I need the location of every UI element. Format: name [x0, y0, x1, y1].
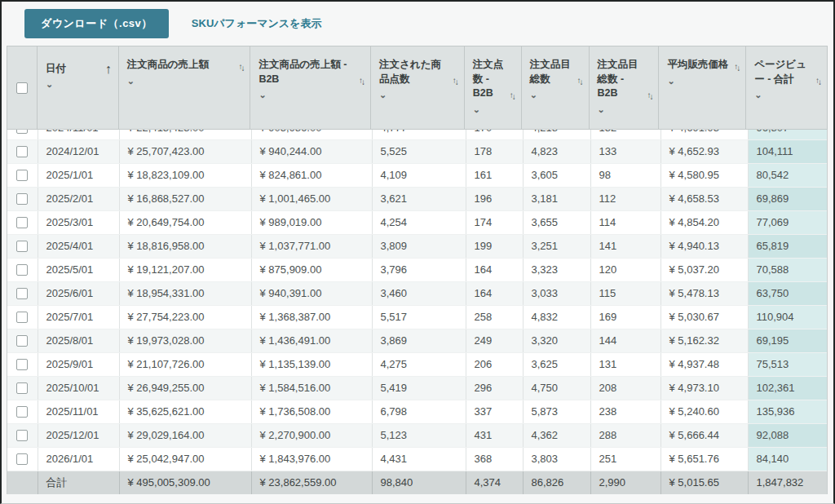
- chevron-down-icon[interactable]: ⌄: [258, 91, 364, 98]
- chevron-down-icon[interactable]: ⌄: [127, 77, 244, 84]
- total-order-items-cell: 5,873: [523, 400, 590, 423]
- sort-icon[interactable]: ↑↓: [357, 75, 364, 86]
- total-order-items-cell: 4,362: [523, 423, 590, 447]
- ordered-product-sales-b2b-cell: ¥ 1,843,976.00: [251, 447, 372, 471]
- average-sales-price-cell: ¥ 4,937.48: [660, 352, 748, 376]
- column-label: 注文された商品点数: [379, 58, 451, 86]
- table-body: 2024/11/01¥ 22,413,423.00¥ 905,986.004,7…: [7, 130, 827, 494]
- units-ordered-cell: 4,109: [372, 163, 466, 187]
- units-ordered-b2b-cell: 196: [466, 187, 523, 210]
- sort-icon[interactable]: ↑↓: [732, 61, 739, 73]
- column-header-ordered-product-sales[interactable]: 注文商品の売上額 ↑↓ ⌄: [119, 46, 251, 129]
- total-order-items-cell: 3,655: [523, 210, 590, 234]
- table-row: 2025/11/01¥ 35,625,621.00¥ 1,736,508.006…: [7, 400, 827, 423]
- table-row: 2024/12/01¥ 25,707,423.00¥ 940,244.005,5…: [7, 139, 827, 163]
- average-sales-price-cell: ¥ 4,940.13: [660, 234, 748, 258]
- page-views-total-cell: 75,513: [748, 352, 827, 376]
- row-checkbox[interactable]: [16, 453, 28, 465]
- column-label: 日付: [46, 62, 98, 77]
- row-checkbox[interactable]: [16, 335, 28, 347]
- total-order-items-b2b-cell: 208: [590, 376, 660, 400]
- page-views-total-cell: 96,807: [748, 130, 827, 139]
- ordered-product-sales-cell: ¥ 19,121,207.00: [119, 258, 251, 281]
- column-label: ページビュー - 合計: [754, 58, 814, 86]
- total-order-items-cell: 3,033: [523, 281, 590, 305]
- chevron-down-icon[interactable]: ⌄: [473, 106, 515, 113]
- ordered-product-sales-b2b-cell: ¥ 1,001,465.00: [251, 187, 372, 210]
- row-checkbox[interactable]: [16, 359, 28, 370]
- row-checkbox[interactable]: [16, 170, 28, 181]
- column-header-units-ordered[interactable]: 注文された商品点数 ↑↓ ⌄: [371, 46, 465, 129]
- column-header-units-ordered-b2b[interactable]: 注文点数 - B2B ↑↓ ⌄: [465, 46, 522, 129]
- show-sku-performance-link[interactable]: SKUパフォーマンスを表示: [192, 16, 322, 31]
- row-checkbox-cell: [7, 447, 38, 471]
- page-views-total-cell: 92,088: [748, 423, 827, 447]
- table-row: 2024/11/01¥ 22,413,423.00¥ 905,986.004,7…: [7, 130, 827, 139]
- sort-icon[interactable]: ↑↓: [576, 75, 582, 86]
- sort-icon[interactable]: ↑↓: [236, 61, 243, 73]
- column-header-ordered-product-sales-b2b[interactable]: 注文商品の売上額 - B2B ↑↓ ⌄: [250, 46, 371, 129]
- row-checkbox[interactable]: [16, 430, 28, 441]
- date-cell: 2026/1/01: [38, 447, 119, 471]
- average-sales-price-cell: ¥ 5,651.76: [660, 447, 748, 471]
- chevron-down-icon[interactable]: ⌄: [598, 106, 652, 113]
- chevron-down-icon[interactable]: ⌄: [754, 91, 820, 98]
- row-checkbox[interactable]: [16, 241, 28, 252]
- page-views-total-cell: 80,542: [748, 163, 827, 187]
- total-order-items-b2b-cell: 144: [590, 329, 660, 352]
- row-checkbox[interactable]: [16, 146, 28, 157]
- column-header-average-sales-price[interactable]: 平均販売価格 ↑↓ ⌄: [659, 46, 746, 129]
- select-all-checkbox[interactable]: [16, 82, 28, 94]
- table-header-row: 日付↑ ⌄ 注文商品の売上額 ↑↓ ⌄ 注文商品の売上額 - B2B ↑↓ ⌄: [7, 46, 828, 130]
- row-checkbox[interactable]: [16, 217, 28, 228]
- row-checkbox-cell: [7, 187, 38, 210]
- table-row: 2025/3/01¥ 20,649,754.00¥ 989,019.004,25…: [7, 210, 827, 234]
- column-header-date[interactable]: 日付↑ ⌄: [38, 46, 119, 129]
- chevron-down-icon[interactable]: ⌄: [667, 77, 739, 84]
- row-checkbox-cell: [7, 329, 38, 352]
- table-row: 2025/7/01¥ 27,754,223.00¥ 1,368,387.005,…: [7, 305, 827, 329]
- total-order-items-cell: 3,181: [523, 187, 590, 210]
- units-ordered-b2b-cell: 368: [466, 447, 523, 471]
- page-views-total-cell: 1,847,832: [748, 471, 827, 494]
- column-label: 注文点数 - B2B: [473, 58, 508, 101]
- chevron-down-icon[interactable]: ⌄: [530, 91, 582, 98]
- average-sales-price-cell: ¥ 4,652.93: [660, 139, 748, 163]
- ordered-product-sales-b2b-cell: ¥ 2,270,900.00: [251, 423, 372, 447]
- sort-icon[interactable]: ↑↓: [451, 75, 457, 86]
- column-label: 注文品目総数: [530, 58, 576, 86]
- row-checkbox[interactable]: [16, 264, 28, 276]
- chevron-down-icon[interactable]: ⌄: [379, 91, 457, 98]
- row-checkbox[interactable]: [16, 130, 28, 134]
- sort-icon[interactable]: ↑↓: [508, 90, 515, 101]
- total-order-items-b2b-cell: 2,990: [590, 471, 660, 494]
- units-ordered-cell: 3,460: [372, 281, 466, 305]
- units-ordered-b2b-cell: 161: [466, 163, 523, 187]
- table-scroll-viewport[interactable]: 2024/11/01¥ 22,413,423.00¥ 905,986.004,7…: [7, 130, 828, 494]
- units-ordered-b2b-cell: 206: [466, 352, 523, 376]
- download-csv-button[interactable]: ダウンロード（.csv）: [24, 9, 169, 38]
- units-ordered-cell: 4,777: [372, 130, 466, 139]
- page-views-total-cell: 104,111: [748, 139, 827, 163]
- column-header-page-views-total[interactable]: ページビュー - 合計 ↑↓ ⌄: [746, 46, 827, 129]
- row-checkbox[interactable]: [16, 288, 28, 299]
- units-ordered-b2b-cell: 337: [466, 400, 523, 423]
- table-row: 2025/1/01¥ 18,823,109.00¥ 824,861.004,10…: [7, 163, 827, 187]
- column-header-total-order-items[interactable]: 注文品目総数 ↑↓ ⌄: [522, 46, 590, 129]
- total-order-items-cell: 4,832: [523, 305, 590, 329]
- sort-icon[interactable]: ↑↓: [645, 90, 652, 101]
- row-checkbox[interactable]: [16, 193, 28, 205]
- total-order-items-cell: 3,251: [523, 234, 590, 258]
- row-checkbox[interactable]: [16, 406, 28, 418]
- column-header-total-order-items-b2b[interactable]: 注文品目総数 - B2B ↑↓ ⌄: [590, 46, 660, 129]
- total-order-items-cell: 3,625: [523, 352, 590, 376]
- row-checkbox-cell: [7, 352, 38, 376]
- row-checkbox[interactable]: [16, 382, 28, 394]
- row-checkbox[interactable]: [16, 312, 28, 323]
- date-cell: 2025/2/01: [38, 187, 119, 210]
- total-order-items-b2b-cell: 115: [590, 281, 660, 305]
- row-checkbox-cell: [7, 376, 38, 400]
- chevron-down-icon[interactable]: ⌄: [46, 81, 112, 87]
- sort-icon[interactable]: ↑↓: [814, 75, 820, 86]
- page-views-total-cell: 65,819: [748, 234, 827, 258]
